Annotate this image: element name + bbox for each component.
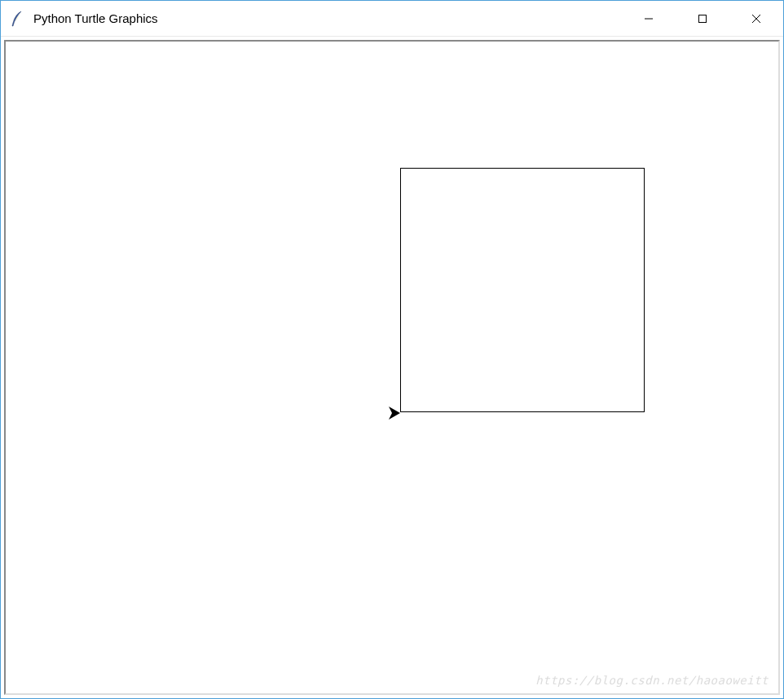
window-controls: [622, 1, 783, 36]
maximize-icon: [698, 14, 707, 24]
maximize-button[interactable]: [676, 1, 729, 36]
canvas-border: https://blog.csdn.net/haoaoweitt: [4, 40, 780, 695]
turtle-cursor-icon: [389, 407, 403, 423]
svg-marker-4: [389, 407, 400, 420]
canvas-container: https://blog.csdn.net/haoaoweitt: [1, 37, 783, 698]
python-feather-icon: [9, 11, 25, 27]
drawn-square: [400, 168, 645, 412]
turtle-canvas[interactable]: [6, 42, 778, 693]
minimize-button[interactable]: [622, 1, 676, 36]
close-icon: [751, 14, 761, 24]
window-title: Python Turtle Graphics: [33, 11, 622, 25]
minimize-icon: [644, 14, 654, 24]
close-button[interactable]: [729, 1, 783, 36]
titlebar: Python Turtle Graphics: [1, 1, 783, 37]
svg-rect-1: [699, 15, 707, 22]
application-window: Python Turtle Graphics: [0, 0, 784, 699]
